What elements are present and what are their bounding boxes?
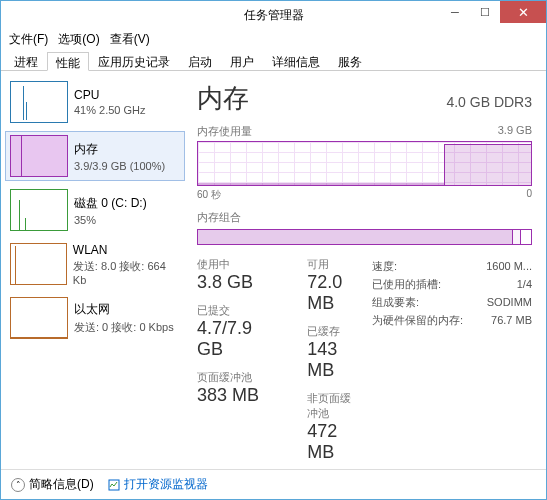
composition-label: 内存组合 (197, 210, 532, 225)
menubar: 文件(F) 选项(O) 查看(V) (1, 29, 546, 49)
open-resource-monitor-link[interactable]: 打开资源监视器 (108, 476, 208, 493)
speed-label: 速度: (372, 257, 397, 275)
reserved-label: 为硬件保留的内存: (372, 311, 463, 329)
form-label: 组成要素: (372, 293, 419, 311)
menu-view[interactable]: 查看(V) (108, 31, 152, 48)
paged-value: 383 MB (197, 385, 267, 406)
disk-value: 35% (74, 214, 147, 226)
reserved-value: 76.7 MB (491, 311, 532, 329)
sidebar-item-cpu[interactable]: CPU 41% 2.50 GHz (5, 77, 185, 127)
maximize-button[interactable]: ☐ (470, 1, 500, 23)
memory-panel: 内存 4.0 GB DDR3 内存使用量 3.9 GB 60 秒 0 内存组合 (189, 71, 546, 469)
chevron-up-icon: ˄ (11, 478, 25, 492)
memory-composition-graph (197, 229, 532, 245)
wlan-value: 发送: 8.0 接收: 664 Kb (73, 259, 180, 286)
fewer-details-label: 简略信息(D) (29, 476, 94, 493)
open-resource-monitor-label: 打开资源监视器 (124, 476, 208, 493)
menu-options[interactable]: 选项(O) (56, 31, 101, 48)
xaxis-right: 0 (526, 188, 532, 202)
tab-app-history[interactable]: 应用历史记录 (89, 51, 179, 70)
paged-label: 页面缓冲池 (197, 370, 267, 385)
form-value: SODIMM (487, 293, 532, 311)
in-use-value: 3.8 GB (197, 272, 267, 293)
cpu-value: 41% 2.50 GHz (74, 104, 146, 116)
available-value: 72.0 MB (307, 272, 362, 314)
tab-users[interactable]: 用户 (221, 51, 263, 70)
tab-bar: 进程 性能 应用历史记录 启动 用户 详细信息 服务 (1, 49, 546, 71)
ethernet-label: 以太网 (74, 301, 174, 318)
panel-title: 内存 (197, 81, 249, 116)
wlan-thumbnail-icon (10, 243, 67, 285)
footer: ˄ 简略信息(D) 打开资源监视器 (1, 469, 546, 499)
body: CPU 41% 2.50 GHz 内存 3.9/3.9 GB (100%) 磁盘… (1, 71, 546, 469)
in-use-label: 使用中 (197, 257, 267, 272)
close-button[interactable]: ✕ (500, 1, 546, 23)
tab-services[interactable]: 服务 (329, 51, 371, 70)
available-label: 可用 (307, 257, 362, 272)
wlan-label: WLAN (73, 243, 180, 257)
window-buttons: ─ ☐ ✕ (440, 1, 546, 23)
nonpaged-value: 472 MB (307, 421, 362, 463)
titlebar: 任务管理器 ─ ☐ ✕ (1, 1, 546, 29)
window-title: 任务管理器 (244, 7, 304, 24)
slots-label: 已使用的插槽: (372, 275, 441, 293)
tab-processes[interactable]: 进程 (5, 51, 47, 70)
panel-subtitle: 4.0 GB DDR3 (446, 94, 532, 110)
sidebar-item-disk[interactable]: 磁盘 0 (C: D:) 35% (5, 185, 185, 235)
memory-value: 3.9/3.9 GB (100%) (74, 160, 165, 172)
sidebar-item-ethernet[interactable]: 以太网 发送: 0 接收: 0 Kbps (5, 293, 185, 343)
performance-sidebar: CPU 41% 2.50 GHz 内存 3.9/3.9 GB (100%) 磁盘… (1, 71, 189, 469)
fewer-details-button[interactable]: ˄ 简略信息(D) (11, 476, 94, 493)
cached-label: 已缓存 (307, 324, 362, 339)
svg-rect-0 (109, 480, 119, 490)
menu-file[interactable]: 文件(F) (7, 31, 50, 48)
ethernet-thumbnail-icon (10, 297, 68, 339)
tab-details[interactable]: 详细信息 (263, 51, 329, 70)
cached-value: 143 MB (307, 339, 362, 381)
committed-label: 已提交 (197, 303, 267, 318)
cpu-label: CPU (74, 88, 146, 102)
tab-performance[interactable]: 性能 (47, 52, 89, 71)
memory-label: 内存 (74, 141, 165, 158)
sidebar-item-wlan[interactable]: WLAN 发送: 8.0 接收: 664 Kb (5, 239, 185, 289)
sidebar-item-memory[interactable]: 内存 3.9/3.9 GB (100%) (5, 131, 185, 181)
disk-label: 磁盘 0 (C: D:) (74, 195, 147, 212)
minimize-button[interactable]: ─ (440, 1, 470, 23)
memory-details: 速度:1600 M... 已使用的插槽:1/4 组成要素:SODIMM 为硬件保… (372, 257, 532, 329)
disk-thumbnail-icon (10, 189, 68, 231)
usage-graph-label: 内存使用量 (197, 124, 252, 139)
memory-usage-graph (197, 141, 532, 186)
task-manager-window: 任务管理器 ─ ☐ ✕ 文件(F) 选项(O) 查看(V) 进程 性能 应用历史… (0, 0, 547, 500)
nonpaged-label: 非页面缓冲池 (307, 391, 362, 421)
xaxis-left: 60 秒 (197, 188, 221, 202)
ethernet-value: 发送: 0 接收: 0 Kbps (74, 320, 174, 335)
memory-thumbnail-icon (10, 135, 68, 177)
speed-value: 1600 M... (486, 257, 532, 275)
slots-value: 1/4 (517, 275, 532, 293)
resource-monitor-icon (108, 479, 120, 491)
cpu-thumbnail-icon (10, 81, 68, 123)
tab-startup[interactable]: 启动 (179, 51, 221, 70)
committed-value: 4.7/7.9 GB (197, 318, 267, 360)
usage-graph-max: 3.9 GB (498, 124, 532, 139)
